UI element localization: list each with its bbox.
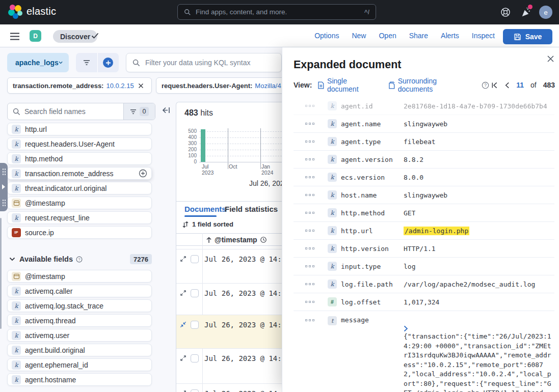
field-item[interactable]: transaction.remote_address	[7, 167, 152, 180]
expand-row-icon[interactable]	[180, 256, 187, 262]
field-item[interactable]: activemq.thread	[7, 314, 152, 327]
row-checkbox[interactable]	[191, 321, 199, 329]
expand-row-icon[interactable]	[180, 290, 187, 296]
histogram[interactable]	[199, 128, 282, 169]
row-actions-icon[interactable]	[305, 212, 314, 214]
row-actions-icon[interactable]	[305, 123, 314, 125]
document-pager: 11 of 483	[491, 81, 555, 89]
field-row[interactable]: agent.id 2e81768e-1d18-4a7e-b709-1730de6…	[294, 101, 554, 115]
field-row[interactable]: agent.version 8.8.2	[294, 151, 554, 169]
row-checkbox[interactable]	[191, 389, 199, 392]
message-row[interactable]: message {"transaction":{"time":"26/Jul/2…	[294, 311, 554, 392]
filter-menu-button[interactable]	[76, 53, 98, 72]
histogram-bar[interactable]	[201, 129, 205, 162]
field-item[interactable]: source.ip	[7, 226, 152, 239]
field-item[interactable]: request.headers.User-Agent	[7, 137, 152, 150]
field-row[interactable]: http.url /admin-login.php	[294, 222, 554, 240]
timestamp-column-header[interactable]: @timestamp	[206, 236, 267, 244]
field-row[interactable]: log.file.path /var/log/apache2/modsec_au…	[294, 275, 554, 293]
help-icon[interactable]: ?	[482, 81, 489, 89]
row-actions-icon[interactable]	[305, 301, 314, 303]
field-row[interactable]: http.method GET	[294, 204, 554, 222]
view-single-document[interactable]: Single document	[318, 77, 379, 93]
row-actions-icon[interactable]	[305, 194, 314, 196]
help-icon[interactable]	[500, 7, 511, 18]
global-search-input[interactable]	[196, 8, 364, 16]
field-item[interactable]: agent.build.original	[7, 344, 152, 356]
field-row[interactable]: input.type log	[294, 258, 554, 275]
field-search-input[interactable]	[24, 107, 123, 116]
close-icon[interactable]	[547, 55, 554, 63]
field-row[interactable]: agent.type filebeat	[294, 133, 554, 151]
row-actions-icon[interactable]	[305, 319, 314, 321]
row-checkbox[interactable]	[191, 354, 199, 362]
field-filter-button[interactable]: 0	[123, 103, 155, 120]
space-avatar[interactable]: D	[30, 30, 41, 42]
current-page[interactable]: 11	[516, 81, 524, 89]
data-view-selector[interactable]: apache_logs	[7, 53, 69, 72]
kql-input[interactable]	[145, 59, 275, 67]
collapse-row-icon[interactable]	[180, 321, 187, 328]
collapse-sidebar-icon[interactable]	[162, 106, 171, 115]
kql-search-bar[interactable]	[126, 53, 282, 72]
row-checkbox[interactable]	[191, 255, 199, 263]
row-checkbox[interactable]	[191, 289, 199, 297]
first-page-icon[interactable]	[491, 82, 498, 89]
toolbar-link[interactable]: Inspect	[472, 32, 495, 40]
field-item[interactable]: activemq.log.stack_trace	[7, 299, 152, 312]
row-actions-icon[interactable]	[305, 265, 314, 267]
field-type-badge	[328, 244, 337, 253]
field-type-badge	[328, 155, 337, 164]
toolbar-link[interactable]: Open	[379, 32, 396, 40]
view-surrounding-documents[interactable]: Surrounding documents	[389, 77, 472, 93]
row-actions-icon[interactable]	[305, 158, 314, 160]
info-icon[interactable]: ?	[76, 256, 83, 263]
filter-pill[interactable]: transaction.remote_address: 10.0.2.15	[7, 77, 152, 94]
field-search[interactable]: 0	[7, 103, 155, 120]
field-item[interactable]: agent.hostname	[7, 373, 152, 386]
field-item[interactable]: http.method	[7, 152, 152, 165]
add-filter-button[interactable]	[98, 53, 119, 72]
field-item[interactable]: request.request_line	[7, 211, 152, 224]
toolbar-link[interactable]: Alerts	[441, 32, 459, 40]
sorted-fields-button[interactable]: 1 field sorted	[182, 220, 233, 228]
previous-page-icon[interactable]	[504, 82, 510, 89]
y-tick-label: 500	[182, 128, 197, 134]
panel-resize-handle[interactable]	[0, 163, 8, 211]
expand-row-icon[interactable]	[180, 355, 187, 361]
row-actions-icon[interactable]	[305, 247, 314, 249]
add-field-filter-icon[interactable]	[139, 169, 147, 178]
row-actions-icon[interactable]	[305, 141, 314, 143]
field-item[interactable]: @timestamp	[7, 270, 152, 283]
field-row[interactable]: agent.name slingwayweb	[294, 115, 554, 133]
row-actions-icon[interactable]	[305, 176, 314, 178]
toolbar-link[interactable]: New	[352, 32, 366, 40]
row-actions-icon[interactable]	[305, 283, 314, 285]
toolbar-link[interactable]: Options	[314, 32, 339, 40]
field-item[interactable]: agent.ephemeral_id	[7, 358, 152, 371]
menu-icon[interactable]	[10, 33, 20, 40]
field-row[interactable]: http.version HTTP/1.1	[294, 240, 554, 258]
field-row[interactable]: host.name slingwayweb	[294, 186, 554, 204]
field-item[interactable]: threat.indicator.url.original	[7, 182, 152, 194]
tab-field-statistics[interactable]: Field statistics	[225, 205, 278, 213]
expand-row-icon[interactable]	[180, 390, 187, 392]
expand-value-icon[interactable]	[404, 325, 554, 332]
field-item[interactable]: activemq.user	[7, 329, 152, 342]
field-item[interactable]: activemq.caller	[7, 285, 152, 297]
field-item[interactable]: @timestamp	[7, 197, 152, 209]
save-button[interactable]: Save	[503, 29, 552, 44]
available-fields-header[interactable]: Available fields ? 7276	[7, 254, 152, 265]
elastic-logo-icon[interactable]	[8, 5, 23, 20]
field-row[interactable]: log.offset 1,017,324	[294, 293, 554, 311]
row-actions-icon[interactable]	[305, 105, 314, 107]
tab-documents[interactable]: Documents	[184, 205, 226, 213]
sidebar-scrollbar[interactable]	[0, 218, 2, 329]
global-search[interactable]: ^/	[177, 4, 376, 20]
field-row[interactable]: ecs.version 8.0.0	[294, 169, 554, 186]
row-actions-icon[interactable]	[305, 230, 314, 232]
field-item[interactable]: http.url	[7, 123, 152, 135]
remove-filter-icon[interactable]	[138, 83, 144, 89]
toolbar-link[interactable]: Share	[409, 32, 428, 40]
user-avatar[interactable]: e	[539, 6, 552, 19]
